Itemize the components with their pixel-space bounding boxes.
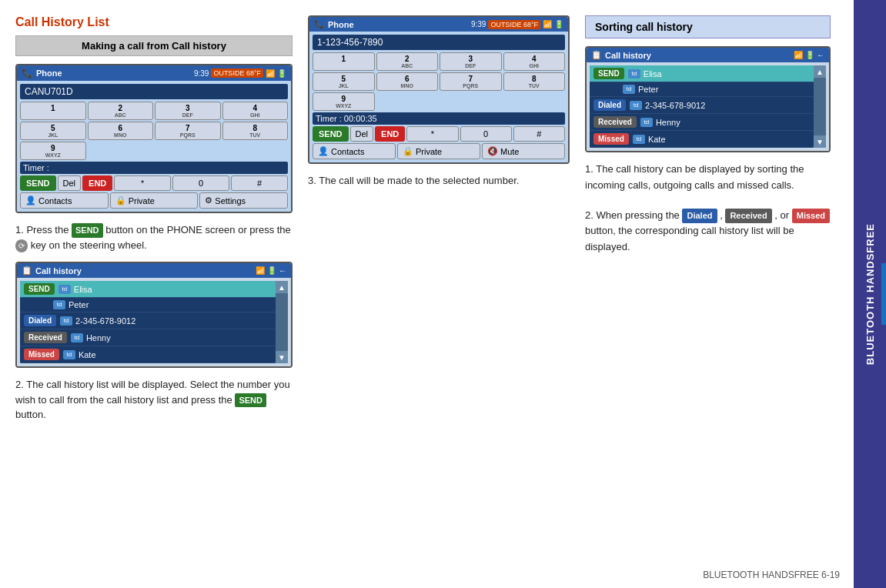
scroll-up-2[interactable]: ▲	[814, 65, 826, 78]
sort-step1-text: 1. The call history can be displayed by …	[585, 162, 831, 194]
history-row-5[interactable]: Missed td Kate	[20, 346, 276, 363]
keypad-grid-2: 1 2ABC 3DEF 4GHI 5JKL 6MNO 7PQRS 8TUV 9W…	[313, 52, 565, 111]
key-2-6[interactable]: 6MNO	[376, 72, 439, 91]
history-name-3: td 2-345-678-9012	[60, 316, 135, 326]
contacts-button-2[interactable]: 👤 Contacts	[313, 143, 396, 159]
key-9[interactable]: 9WXYZ	[20, 142, 86, 160]
section-title: Call History List	[15, 15, 293, 29]
hash-button-1[interactable]: #	[231, 175, 288, 191]
key-2-4[interactable]: 4GHI	[503, 52, 566, 71]
battery-icon-4: 🔋	[805, 51, 814, 59]
star-button-1[interactable]: *	[114, 175, 171, 191]
key-2-5[interactable]: 5JKL	[313, 72, 375, 91]
key-2-8[interactable]: 8TUV	[503, 72, 566, 91]
missed-ch-btn-1[interactable]: Missed	[24, 349, 59, 360]
sort-history-row-1[interactable]: SEND td Elisa	[590, 65, 814, 82]
history-name-1: td Elisa	[59, 285, 92, 294]
key-5[interactable]: 5JKL	[20, 122, 86, 140]
private-button-2[interactable]: 🔒 Private	[397, 143, 480, 159]
sort-history-row-2[interactable]: td Peter	[590, 82, 814, 97]
private-icon-1: 🔒	[115, 195, 126, 205]
phone-screen-2: 📞 Phone 9:39 OUTSIDE 68°F 📶 🔋 1-123-456-…	[308, 15, 570, 164]
history-row-1[interactable]: SEND td Elisa	[20, 281, 276, 298]
key-8[interactable]: 8TUV	[222, 122, 289, 140]
keypad-grid-1[interactable]: 1 2ABC 3DEF 4GHI 5JKL 6MNO 7PQRS 8TUV 9W…	[20, 102, 288, 160]
call-history-header-2: 📋 Call history 📶 🔋 ←	[587, 48, 829, 62]
scroll-up-1[interactable]: ▲	[276, 281, 288, 293]
middle-column: 📞 Phone 9:39 OUTSIDE 68°F 📶 🔋 1-123-456-…	[308, 15, 570, 573]
key-7[interactable]: 7PQRS	[155, 122, 221, 140]
sort-step2-text: 2. When pressing the Dialed , Received ,…	[585, 208, 831, 256]
outside-temp-2: OUTSIDE 68°F	[488, 20, 540, 29]
history-row-2[interactable]: td Peter	[20, 298, 276, 312]
zero-button-2[interactable]: 0	[460, 126, 512, 142]
phone-header-2: 📞 Phone 9:39 OUTSIDE 68°F 📶 🔋	[309, 17, 568, 32]
end-button-2[interactable]: END	[375, 126, 405, 142]
key-1[interactable]: 1	[20, 102, 86, 120]
send-ch-btn-1[interactable]: SEND	[24, 283, 55, 295]
private-button-1[interactable]: 🔒 Private	[110, 192, 199, 209]
call-history-header-1: 📋 Call history 📶 🔋 ←	[17, 263, 291, 278]
send-inline-btn-2: SEND	[235, 393, 266, 408]
dialed-inline-btn: Dialed	[682, 209, 717, 224]
scroll-down-2[interactable]: ▼	[814, 135, 826, 148]
zero-button-1[interactable]: 0	[172, 175, 229, 191]
star-button-2[interactable]: *	[406, 126, 458, 142]
call-history-icon-1: 📋	[22, 266, 32, 276]
sidebar-accent	[881, 263, 886, 325]
key-4[interactable]: 4GHI	[222, 102, 289, 120]
send-button-2[interactable]: SEND	[313, 126, 349, 142]
call-history-list-2: ▲ ▼ SEND td Elisa	[587, 62, 829, 151]
signal-icon-1: 📶	[266, 69, 275, 78]
signal-icon-4: 📶	[794, 51, 803, 59]
call-history-icon-2: 📋	[591, 50, 602, 60]
contacts-button-1[interactable]: 👤 Contacts	[20, 192, 109, 209]
sort-missed-btn[interactable]: Missed	[593, 133, 629, 145]
call-history-title-1: 📋 Call history	[22, 266, 82, 276]
sort-send-btn[interactable]: SEND	[593, 68, 624, 79]
battery-icon-3: 🔋	[554, 20, 563, 28]
del-button-2[interactable]: Del	[350, 126, 374, 142]
sort-dialed-btn[interactable]: Dialed	[593, 99, 626, 111]
call-history-title-2: 📋 Call history	[591, 50, 651, 60]
history-row-3[interactable]: Dialed td 2-345-678-9012	[20, 312, 276, 329]
sort-history-row-3[interactable]: Dialed td 2-345-678-9012	[590, 97, 814, 114]
key-2-2[interactable]: 2ABC	[376, 52, 439, 71]
key-2-1[interactable]: 1	[313, 52, 375, 71]
scroll-down-1[interactable]: ▼	[276, 351, 288, 363]
settings-button-1[interactable]: ⚙ Settings	[199, 192, 288, 209]
key-6[interactable]: 6MNO	[88, 122, 154, 140]
key-2-7[interactable]: 7PQRS	[440, 72, 502, 91]
call-history-screen-2: 📋 Call history 📶 🔋 ← ▲ ▼	[585, 46, 831, 152]
key-2[interactable]: 2ABC	[88, 102, 154, 120]
private-icon-2: 🔒	[403, 146, 413, 156]
key-2-9[interactable]: 9WXYZ	[313, 92, 375, 111]
key-2-3[interactable]: 3DEF	[440, 52, 502, 71]
contact-icon-3: td	[60, 316, 72, 326]
dialed-ch-btn-1[interactable]: Dialed	[24, 315, 56, 326]
mute-icon-2: 🔇	[487, 146, 498, 156]
mute-button-2[interactable]: 🔇 Mute	[482, 143, 565, 159]
del-button-1[interactable]: Del	[58, 175, 82, 191]
bottom-row-2: 👤 Contacts 🔒 Private 🔇 Mute	[313, 143, 565, 159]
timer-label-2: Timer : 00:00:35	[313, 112, 565, 125]
key-3[interactable]: 3DEF	[155, 102, 221, 120]
battery-icon-2: 🔋	[267, 266, 276, 275]
main-content: Call History List Making a call from Cal…	[0, 0, 854, 588]
sort-history-row-4[interactable]: Received td Henny	[590, 114, 814, 131]
hash-button-2[interactable]: #	[513, 126, 565, 142]
contact-icon-4: td	[71, 333, 83, 342]
end-button-1[interactable]: END	[82, 175, 112, 191]
sort-contact-icon-1: td	[628, 69, 640, 79]
received-ch-btn-1[interactable]: Received	[24, 332, 67, 343]
history-list-1: SEND td Elisa td Peter	[20, 281, 276, 363]
contacts-icon-1: 👤	[25, 195, 36, 205]
sort-received-btn[interactable]: Received	[593, 116, 637, 128]
sort-history-row-5[interactable]: Missed td Kate	[590, 131, 814, 148]
phone-header-1: 📞 Phone 9:39 OUTSIDE 68°F 📶 🔋	[17, 65, 291, 81]
number-display-2: 1-123-456-7890	[313, 35, 565, 50]
history-row-4[interactable]: Received td Henny	[20, 329, 276, 346]
send-button-1[interactable]: SEND	[20, 175, 56, 191]
sort-history-name-1: td Elisa	[628, 69, 662, 79]
timer-row-2: Timer : 00:00:35	[313, 112, 565, 125]
